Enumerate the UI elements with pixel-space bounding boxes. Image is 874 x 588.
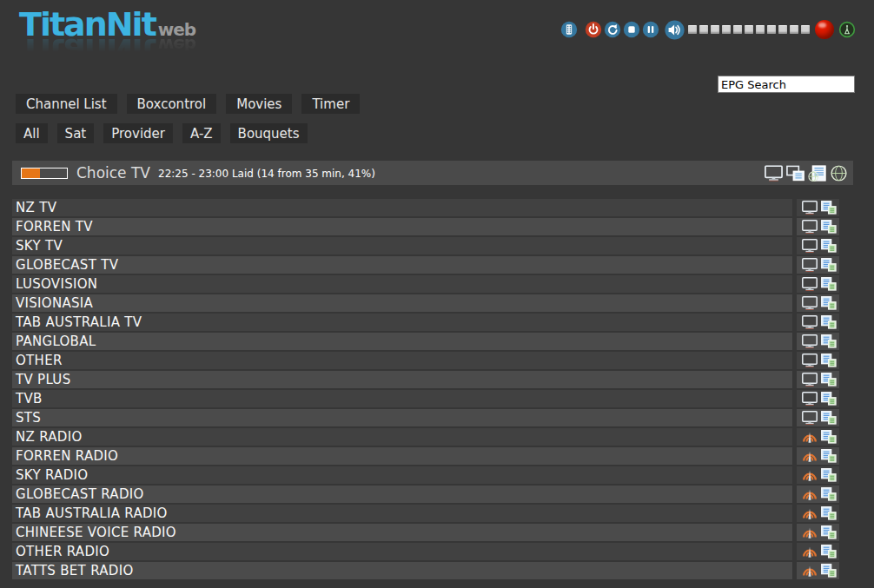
zap-radio-button[interactable] xyxy=(802,449,818,463)
zap-tv-button[interactable] xyxy=(802,373,818,386)
remote-button[interactable] xyxy=(560,21,578,38)
current-channel-name: Choice TV xyxy=(76,164,150,182)
nav-channel-list[interactable]: Channel List xyxy=(16,94,117,114)
epg-list-button[interactable] xyxy=(821,277,837,291)
epg-list-button[interactable] xyxy=(821,411,837,425)
epg-list-button[interactable] xyxy=(821,296,837,310)
epg-list-button[interactable] xyxy=(821,392,837,406)
zap-tv-button[interactable] xyxy=(802,353,818,367)
zap-tv-button[interactable] xyxy=(802,296,818,310)
epg-list-button[interactable] xyxy=(821,258,837,272)
radio-antenna-icon xyxy=(802,430,818,444)
volume-segment[interactable] xyxy=(767,25,776,34)
channel-name[interactable]: STS xyxy=(12,409,792,426)
nav-timer[interactable]: Timer xyxy=(301,94,360,114)
epg-list-button[interactable] xyxy=(821,449,837,463)
filter-bouquets[interactable]: Bouquets xyxy=(230,123,308,143)
channel-name[interactable]: NZ TV xyxy=(12,199,792,216)
channel-name[interactable]: TAB AUSTRALIA TV xyxy=(12,314,792,331)
epg-list-button[interactable] xyxy=(821,564,837,578)
epg-list-button[interactable] xyxy=(821,334,837,348)
epg-list-button[interactable] xyxy=(821,315,837,329)
filter-all[interactable]: All xyxy=(16,123,48,143)
epg-list-button[interactable] xyxy=(821,430,837,444)
web-stream-button[interactable] xyxy=(830,165,848,182)
power-icon xyxy=(585,21,602,38)
epg-list-button[interactable] xyxy=(821,525,837,539)
zap-tv-button[interactable] xyxy=(802,334,818,348)
epg-search-input[interactable] xyxy=(718,76,855,93)
epg-list-button[interactable] xyxy=(821,220,837,234)
channel-name[interactable]: CHINEESE VOICE RADIO xyxy=(12,524,792,541)
zap-tv-button[interactable] xyxy=(802,315,818,329)
zap-tv-button[interactable] xyxy=(802,392,818,406)
zap-tv-button[interactable] xyxy=(802,239,818,253)
zap-radio-button[interactable] xyxy=(802,545,818,558)
reload-button[interactable] xyxy=(604,21,621,38)
zap-tv-button[interactable] xyxy=(802,258,818,272)
channel-name[interactable]: TAB AUSTRALIA RADIO xyxy=(12,505,792,522)
filter-a-z[interactable]: A-Z xyxy=(182,123,221,143)
zap-tv-button[interactable] xyxy=(802,201,818,215)
stop-button[interactable] xyxy=(623,21,640,38)
channel-name[interactable]: NZ RADIO xyxy=(12,428,792,446)
volume-segment[interactable] xyxy=(801,25,810,34)
volume-segment[interactable] xyxy=(711,25,719,34)
pip-stream-button[interactable] xyxy=(786,165,804,182)
stream-status-button[interactable] xyxy=(838,21,856,38)
volume-segment[interactable] xyxy=(745,25,753,34)
filter-provider[interactable]: Provider xyxy=(103,123,173,143)
channel-name[interactable]: GLOBECAST TV xyxy=(12,256,792,274)
zap-tv-button[interactable] xyxy=(802,220,818,234)
volume-segment[interactable] xyxy=(699,25,708,34)
volume-segment[interactable] xyxy=(790,25,798,34)
nav-boxcontrol[interactable]: Boxcontrol xyxy=(127,94,217,114)
channel-name[interactable]: SKY RADIO xyxy=(12,466,792,484)
epg-page-button[interactable] xyxy=(808,165,826,182)
channel-name[interactable]: FORREN TV xyxy=(12,218,792,235)
epg-list-button[interactable] xyxy=(821,468,837,482)
zap-radio-button[interactable] xyxy=(802,468,818,482)
channel-row: LUSOVISION xyxy=(12,275,839,293)
zap-radio-button[interactable] xyxy=(802,430,818,444)
epg-list-button[interactable] xyxy=(821,373,837,386)
nav-movies[interactable]: Movies xyxy=(226,94,292,114)
volume-segment[interactable] xyxy=(756,25,765,34)
zap-tv-button[interactable] xyxy=(802,277,818,291)
channel-name[interactable]: TVB xyxy=(12,390,792,407)
epg-list-button[interactable] xyxy=(821,353,837,367)
epg-list-button[interactable] xyxy=(821,239,837,253)
zap-tv-button[interactable] xyxy=(802,411,818,425)
zap-radio-button[interactable] xyxy=(802,525,818,539)
epg-list-button[interactable] xyxy=(821,201,837,215)
channel-name[interactable]: LUSOVISION xyxy=(12,275,792,293)
zap-radio-button[interactable] xyxy=(802,506,818,520)
filter-sat[interactable]: Sat xyxy=(57,123,95,143)
power-button[interactable] xyxy=(585,21,602,38)
epg-list-button[interactable] xyxy=(821,487,837,501)
zap-current-button[interactable] xyxy=(765,165,783,182)
epg-list-button[interactable] xyxy=(821,545,837,558)
zap-radio-button[interactable] xyxy=(802,564,818,578)
channel-name[interactable]: PANGLOBAL xyxy=(12,333,792,350)
channel-name[interactable]: VISIONASIA xyxy=(12,294,792,312)
remote-keypad-icon xyxy=(560,21,578,38)
channel-name[interactable]: SKY TV xyxy=(12,237,792,254)
volume-segment[interactable] xyxy=(722,25,731,34)
volume-segment[interactable] xyxy=(733,25,742,34)
pause-button[interactable] xyxy=(642,21,659,38)
channel-name[interactable]: TATTS BET RADIO xyxy=(12,562,792,579)
epg-list-icon xyxy=(821,487,837,501)
channel-list: NZ TV FORREN TV xyxy=(12,199,839,581)
mute-button[interactable] xyxy=(665,20,685,40)
channel-name[interactable]: FORREN RADIO xyxy=(12,447,792,465)
volume-segment[interactable] xyxy=(688,25,697,34)
epg-list-button[interactable] xyxy=(821,506,837,520)
channel-name[interactable]: OTHER RADIO xyxy=(12,543,792,560)
channel-name[interactable]: OTHER xyxy=(12,352,792,369)
channel-name[interactable]: GLOBECAST RADIO xyxy=(12,486,792,503)
channel-name[interactable]: TV PLUS xyxy=(12,371,792,388)
epg-list-icon xyxy=(821,373,837,386)
zap-radio-button[interactable] xyxy=(802,487,818,501)
volume-segment[interactable] xyxy=(778,25,787,34)
